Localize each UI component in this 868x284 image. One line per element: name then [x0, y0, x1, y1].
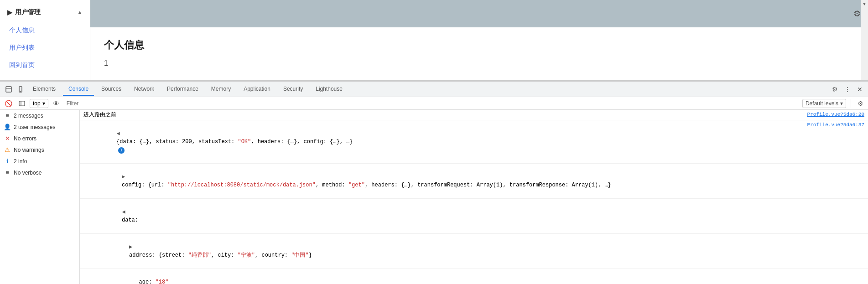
- console-line-3-content: ▼ data:: [89, 200, 864, 232]
- tab-sources[interactable]: Sources: [96, 83, 127, 96]
- console-line-2-text: config: {url: "http://localhost:8080/sta…: [122, 182, 611, 188]
- tab-lighthouse[interactable]: Lighthouse: [310, 83, 348, 96]
- devtools-device-icon[interactable]: [16, 84, 26, 94]
- messages-icon: ≡: [4, 112, 11, 119]
- sidebar-item-personal[interactable]: 个人信息: [0, 22, 90, 39]
- sidebar-arrow-icon: ▶: [7, 9, 12, 16]
- sidebar-item-home[interactable]: 回到首页: [0, 57, 90, 74]
- console-filter-input[interactable]: [64, 99, 800, 108]
- main-content: ⚙ 个人信息 1 ▼: [90, 0, 868, 80]
- console-line-1-text: {data: {…}, status: 200, statusText: "OK…: [116, 139, 353, 145]
- console-line-5: age: "18": [80, 269, 868, 284]
- default-levels-label: Default levels: [806, 100, 838, 107]
- warning-icon: ⚠: [4, 146, 11, 153]
- messages-label: 2 messages: [14, 113, 43, 119]
- context-select-arrow-icon: ▾: [42, 100, 45, 107]
- tab-performance[interactable]: Performance: [161, 83, 204, 96]
- error-icon: ✕: [4, 135, 11, 142]
- tab-console[interactable]: Console: [63, 83, 94, 96]
- sidebar-nav: 个人信息 用户列表 回到首页: [0, 20, 90, 76]
- main-header-bar: ⚙: [90, 0, 868, 27]
- settings-gear-icon[interactable]: ⚙: [853, 9, 861, 19]
- devtools-panel: Elements Console Sources Network Perform…: [0, 81, 868, 284]
- sidebar-item-userlist[interactable]: 用户列表: [0, 39, 90, 57]
- console-line-3: ▼ data:: [80, 199, 868, 234]
- tab-security[interactable]: Security: [278, 83, 308, 96]
- page-number: 1: [104, 59, 854, 67]
- sidebar-item-warnings[interactable]: ⚠ No warnings: [0, 144, 79, 155]
- sidebar-chevron-up-icon: ▲: [77, 9, 83, 15]
- console-line-0-source[interactable]: Profile.vue?5da6:20: [807, 111, 864, 119]
- scroll-indicator: ▼: [861, 0, 868, 80]
- default-levels-button[interactable]: Default levels ▾: [802, 99, 846, 108]
- console-line-1: ▼ {data: {…}, status: 200, statusText: "…: [80, 120, 868, 164]
- console-line-5-content: age: "18": [96, 270, 864, 284]
- console-line-3-text: data:: [122, 217, 138, 223]
- devtools-settings-icon[interactable]: ⚙: [830, 84, 840, 95]
- console-settings-icon[interactable]: ⚙: [856, 98, 865, 109]
- context-select[interactable]: top ▾: [30, 99, 48, 108]
- verbose-label: No verbose: [14, 170, 42, 176]
- sidebar-item-info[interactable]: ℹ 2 info: [0, 155, 79, 167]
- console-output[interactable]: 进入路由之前 Profile.vue?5da6:20 ▼ {data: {…},…: [80, 110, 868, 284]
- console-line-2-content: ▶ config: {url: "http://localhost:8080/s…: [89, 165, 864, 197]
- app-sidebar: ▶ 用户管理 ▲ 个人信息 用户列表 回到首页: [0, 0, 90, 80]
- sidebar-item-verbose[interactable]: ≡ No verbose: [0, 167, 79, 178]
- info-icon: ℹ: [4, 158, 11, 165]
- expand-arrow-2[interactable]: ▶: [122, 174, 125, 180]
- console-line-4: ▶ address: {street: "绳香郡", city: "宁波", c…: [80, 234, 868, 269]
- console-line-4-content: ▶ address: {street: "绳香郡", city: "宁波", c…: [96, 235, 864, 268]
- verbose-icon: ≡: [4, 169, 11, 176]
- sidebar-item-messages[interactable]: ≡ 2 messages: [0, 110, 79, 121]
- expand-arrow-1[interactable]: ▼: [114, 132, 122, 135]
- tab-application[interactable]: Application: [238, 83, 276, 96]
- console-line-2: ▶ config: {url: "http://localhost:8080/s…: [80, 164, 868, 199]
- console-clear-icon[interactable]: 🚫: [3, 98, 14, 109]
- tab-memory[interactable]: Memory: [206, 83, 236, 96]
- sidebar-item-errors[interactable]: ✕ No errors: [0, 133, 79, 144]
- expand-arrow-4[interactable]: ▶: [129, 244, 132, 250]
- console-line-1-source[interactable]: Profile.vue?5da6:37: [807, 121, 864, 129]
- expand-arrow-3[interactable]: ▼: [120, 210, 128, 213]
- default-levels-arrow-icon: ▾: [840, 100, 843, 107]
- user-icon: 👤: [4, 124, 11, 130]
- tab-network[interactable]: Network: [129, 83, 160, 96]
- page-title: 个人信息: [104, 38, 854, 52]
- warnings-label: No warnings: [14, 147, 44, 153]
- sidebar-item-user-messages[interactable]: 👤 2 user messages: [0, 121, 79, 133]
- console-line-1-content: ▼ {data: {…}, status: 200, statusText: "…: [83, 121, 804, 162]
- sidebar-section-usermgmt[interactable]: ▶ 用户管理 ▲: [0, 5, 90, 20]
- console-toolbar: 🚫 top ▾ 👁 Default levels ▾ ⚙: [0, 97, 868, 110]
- svg-rect-4: [19, 101, 25, 106]
- devtools-inspect-icon[interactable]: [4, 84, 14, 94]
- sidebar-section-label: 用户管理: [15, 8, 41, 16]
- console-line-0: 进入路由之前 Profile.vue?5da6:20: [80, 110, 868, 120]
- devtools-body: ≡ 2 messages 👤 2 user messages ✕ No erro…: [0, 110, 868, 284]
- devtools-more-icon[interactable]: ⋮: [842, 84, 852, 95]
- devtools-tabs-toolbar: Elements Console Sources Network Perform…: [0, 82, 868, 97]
- console-sidebar-toggle-icon[interactable]: [17, 99, 27, 108]
- scroll-down-icon[interactable]: ▼: [861, 0, 868, 8]
- errors-label: No errors: [14, 135, 36, 142]
- user-messages-label: 2 user messages: [14, 124, 55, 130]
- main-body: 个人信息 1: [90, 27, 868, 78]
- info-badge-1[interactable]: i: [118, 147, 125, 154]
- devtools-sidebar: ≡ 2 messages 👤 2 user messages ✕ No erro…: [0, 110, 80, 284]
- console-line-4-text: address: {street: "绳香郡", city: "宁波", cou…: [129, 252, 312, 258]
- console-line-0-content: 进入路由之前: [83, 111, 804, 119]
- info-label: 2 info: [14, 158, 27, 165]
- svg-rect-0: [6, 87, 11, 92]
- devtools-close-icon[interactable]: ✕: [855, 84, 864, 95]
- console-eye-icon[interactable]: 👁: [51, 98, 61, 109]
- tab-elements[interactable]: Elements: [27, 83, 61, 96]
- context-select-value: top: [33, 100, 41, 107]
